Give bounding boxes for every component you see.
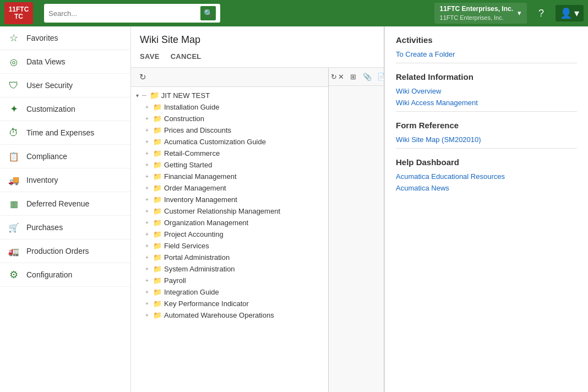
folder-icon: 📁 — [153, 276, 162, 285]
help-link-wiki-overview[interactable]: Wiki Overview — [396, 87, 577, 95]
tree-node-root[interactable]: ▾ ─ 📁 JIT NEW TEST — [131, 89, 328, 101]
chart-icon: ▦ — [8, 198, 20, 210]
sidebar-item-time-expenses[interactable]: ⏱ Time and Expenses — [0, 121, 130, 145]
sidebar-item-purchases[interactable]: 🛒 Purchases — [0, 216, 130, 239]
detail-icons: ⊞ 📎 📄 — [346, 70, 384, 83]
expand-icon: + — [143, 184, 151, 192]
minus-icon: ─ — [142, 92, 146, 99]
tree-node-item[interactable]: + 📁 Installation Guide — [131, 101, 328, 113]
sidebar-item-label: Time and Expenses — [26, 128, 94, 137]
tree-node-item[interactable]: + 📁 Prices and Discounts — [131, 124, 328, 136]
truck-icon: 🚚 — [8, 174, 20, 186]
sidebar: ☆ Favorites ◎ Data Views 🛡 User Security… — [0, 26, 131, 392]
sidebar-item-compliance[interactable]: 📋 Compliance — [0, 145, 130, 168]
divider-1 — [396, 63, 577, 63]
tree-node-label: Field Services — [164, 242, 209, 250]
expand-icon: + — [143, 150, 151, 157]
company-info: 11FTC Enterprises, Inc. 11FTC Enterprise… — [440, 5, 513, 21]
save-button[interactable]: SAVE — [140, 52, 160, 61]
tree-node-item[interactable]: + 📁 Project Accounting — [131, 228, 328, 240]
tree-node-item[interactable]: + 📁 Portal Administration — [131, 252, 328, 263]
tree-node-label: Organization Management — [164, 219, 248, 227]
detail-refresh-button[interactable]: ↻ — [331, 70, 337, 83]
help-link-news[interactable]: Acumatica News — [396, 184, 577, 192]
sidebar-item-label: Purchases — [26, 223, 63, 232]
expand-icon: + — [143, 104, 151, 111]
sidebar-item-deferred-revenue[interactable]: ▦ Deferred Revenue — [0, 192, 130, 216]
search-button[interactable]: 🔍 — [200, 6, 216, 20]
tree-node-label: Integration Guide — [164, 288, 219, 296]
detail-close-button[interactable]: ✕ — [338, 70, 344, 83]
tree-node-item[interactable]: + 📁 Customer Relationship Management — [131, 205, 328, 217]
expand-icon: + — [143, 173, 151, 181]
tree-node-label: Automated Warehouse Operations — [164, 311, 274, 319]
tree-node-label: Key Performance Indicator — [164, 300, 249, 308]
expand-icon: + — [143, 242, 151, 250]
tree-node-item[interactable]: + 📁 Automated Warehouse Operations — [131, 309, 328, 321]
tree-node-item[interactable]: + 📁 Integration Guide — [131, 286, 328, 298]
gear-icon: ⚙ — [8, 269, 20, 281]
wiki-panel: Wiki Site Map SAVE CANCEL ↻ ▾ ─ 📁 — [131, 26, 384, 392]
expand-icon: + — [143, 115, 151, 123]
tree-node-item[interactable]: + 📁 Acumatica Customization Guide — [131, 136, 328, 148]
tree-node-item[interactable]: + 📁 Payroll — [131, 275, 328, 286]
attach-icon-button[interactable]: 📎 — [361, 70, 374, 83]
folder-icon: 📁 — [153, 311, 162, 319]
expand-icon: + — [143, 161, 151, 169]
tree-left: ↻ ▾ ─ 📁 JIT NEW TEST + 📁 Installation G — [131, 68, 329, 392]
expand-icon: + — [143, 288, 151, 296]
activities-title: Activities — [396, 35, 577, 45]
compliance-icon: 📋 — [8, 150, 20, 162]
tree-node-item[interactable]: + 📁 Order Management — [131, 182, 328, 194]
tree-node-item[interactable]: + 📁 Retail-Commerce — [131, 148, 328, 159]
data-views-icon: ◎ — [8, 56, 20, 68]
tree-node-item[interactable]: + 📁 Construction — [131, 113, 328, 124]
sidebar-item-inventory[interactable]: 🚚 Inventory — [0, 168, 130, 192]
tree-node-item[interactable]: + 📁 Field Services — [131, 240, 328, 252]
wiki-actions: SAVE CANCEL — [131, 49, 384, 67]
sidebar-item-label: Favorites — [26, 34, 58, 42]
form-ref-title: Form Reference — [396, 121, 577, 130]
help-link-wiki-site-map[interactable]: Wiki Site Map (SM202010) — [396, 135, 577, 144]
sidebar-item-customization[interactable]: ✦ Customization — [0, 97, 130, 121]
sidebar-item-favorites[interactable]: ☆ Favorites — [0, 26, 130, 50]
sidebar-item-configuration[interactable]: ⚙ Configuration — [0, 263, 130, 287]
sidebar-item-production-orders[interactable]: 🚛 Production Orders — [0, 239, 130, 263]
tree-node-label: Financial Management — [164, 172, 237, 181]
expand-icon: + — [143, 231, 151, 238]
expand-icon: + — [143, 277, 151, 285]
help-link-wiki-access-management[interactable]: Wiki Access Management — [396, 99, 577, 107]
tree-node-label: Payroll — [164, 276, 186, 285]
folder-icon: 📁 — [153, 207, 162, 215]
sidebar-item-user-security[interactable]: 🛡 User Security — [0, 74, 130, 97]
tree-node-item[interactable]: + 📁 Financial Management — [131, 171, 328, 182]
search-input[interactable] — [48, 9, 200, 18]
expand-icon: + — [143, 312, 151, 319]
folder-icon: 📁 — [153, 126, 162, 134]
cart-icon: 🛒 — [8, 221, 20, 233]
cancel-button[interactable]: CANCEL — [171, 52, 202, 61]
divider-2 — [396, 111, 577, 112]
tree-right-toolbar: ↻ ✕ ⊞ 📎 📄 Sel — [329, 68, 384, 86]
help-link-educational[interactable]: Acumatica Educational Resources — [396, 172, 577, 181]
tree-node-item[interactable]: + 📁 Organization Management — [131, 217, 328, 228]
tree-refresh-button[interactable]: ↻ — [135, 70, 150, 84]
grid-icon-button[interactable]: ⊞ — [346, 70, 360, 83]
expand-icon: + — [143, 254, 151, 262]
tree-node-item[interactable]: + 📁 Inventory Management — [131, 194, 328, 205]
sidebar-item-data-views[interactable]: ◎ Data Views — [0, 50, 130, 74]
company-selector[interactable]: 11FTC Enterprises, Inc. 11FTC Enterprise… — [434, 3, 527, 24]
tree-node-item[interactable]: + 📁 Getting Started — [131, 159, 328, 171]
doc-icon-button[interactable]: 📄 — [375, 70, 384, 83]
tree-node-label: Inventory Management — [164, 195, 237, 204]
tree-node-item[interactable]: + 📁 Key Performance Indicator — [131, 298, 328, 309]
folder-icon: 📁 — [153, 265, 162, 273]
logo: 11FTCTC — [4, 2, 33, 24]
user-button[interactable]: 👤 ▾ — [556, 5, 584, 21]
help-button[interactable]: ? — [531, 3, 551, 23]
tree-node-item[interactable]: + 📁 System Administration — [131, 263, 328, 275]
expand-icon: + — [143, 219, 151, 227]
help-link-create-folder[interactable]: To Create a Folder — [396, 50, 577, 58]
search-bar: 🔍 — [44, 4, 220, 23]
folder-icon: 📁 — [153, 195, 162, 204]
